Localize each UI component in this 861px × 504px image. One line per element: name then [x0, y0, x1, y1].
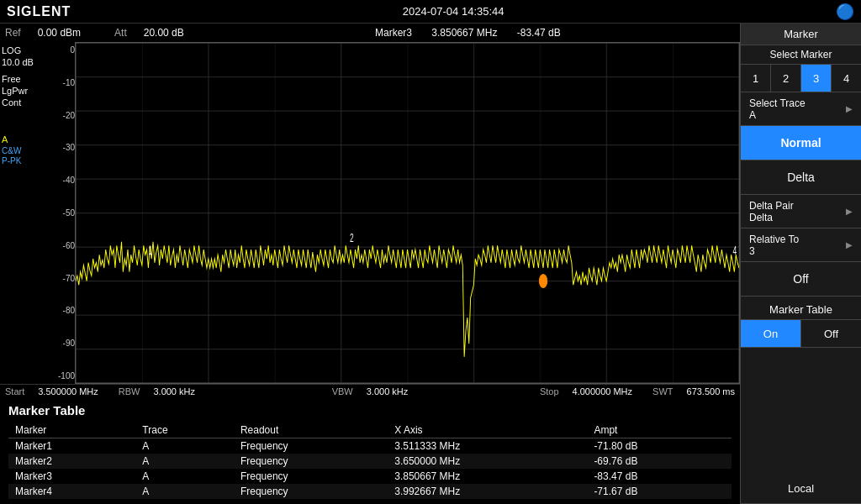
relative-to-arrow: ▶ — [846, 240, 853, 249]
logo: SIGLENT — [7, 4, 71, 19]
svg-text:4: 4 — [732, 244, 737, 257]
cell-marker: Marker2 — [8, 454, 135, 469]
mode2: LgPwr — [2, 86, 45, 96]
top-bar: SIGLENT 2024-07-04 14:35:44 🔵 — [0, 0, 861, 24]
marker-name: Marker3 — [375, 27, 412, 39]
marker-btn-4[interactable]: 4 — [832, 65, 861, 92]
svg-point-22 — [539, 275, 547, 288]
rbw-value: 3.000 kHz — [153, 386, 195, 396]
table-row: Marker2 A Frequency 3.650000 MHz -69.76 … — [8, 454, 732, 469]
marker-freq: 3.850667 MHz — [431, 27, 497, 39]
cwpk-label: C&WP-PK — [2, 146, 45, 166]
cell-xaxis: 3.650000 MHz — [388, 454, 587, 469]
local-btn[interactable]: Local — [741, 474, 861, 504]
delta-pair-sub: Delta — [749, 212, 794, 223]
delta-btn[interactable]: Delta — [741, 160, 861, 195]
cell-trace: A — [135, 454, 234, 469]
col-marker: Marker — [8, 423, 135, 438]
svg-text:2: 2 — [350, 232, 354, 244]
mode3: Cont — [2, 97, 45, 108]
info-bar: Ref 0.00 dBm Att 20.00 dB Marker3 3.8506… — [0, 24, 740, 42]
spectrum-svg: 1 2 4 — [76, 43, 739, 383]
cell-marker: Marker3 — [8, 469, 135, 484]
cell-xaxis: 3.511333 MHz — [388, 438, 587, 454]
col-ampt: Ampt — [587, 423, 732, 438]
cell-ampt: -69.76 dB — [587, 454, 732, 469]
start-label: Start — [5, 386, 24, 396]
off2-btn[interactable]: Off — [801, 320, 861, 347]
delta-pair-label: Delta Pair — [749, 200, 794, 212]
marker-table: Marker Trace Readout X Axis Ampt Marker1… — [8, 423, 732, 499]
off-btn[interactable]: Off — [741, 262, 861, 297]
marker-ampt: -83.47 dB — [517, 27, 561, 39]
cell-xaxis: 3.850667 MHz — [388, 469, 587, 484]
att-label: Att — [114, 27, 127, 39]
marker-table-section: Marker Table Marker Trace Readout X Axis… — [0, 398, 740, 504]
relative-to-label: Relative To — [749, 234, 799, 245]
col-readout: Readout — [234, 423, 388, 438]
swt-label: SWT — [652, 386, 673, 396]
vbw-value: 3.000 kHz — [367, 386, 409, 396]
cell-readout: Frequency — [234, 438, 388, 454]
stop-label: Stop — [540, 386, 559, 396]
left-panel: Ref 0.00 dBm Att 20.00 dB Marker3 3.8506… — [0, 24, 740, 504]
scale-type: LOG — [2, 45, 45, 55]
cell-marker: Marker4 — [8, 484, 135, 499]
ref-label: Ref — [5, 27, 21, 39]
a-label: A — [2, 134, 45, 144]
trace-value: A — [749, 109, 806, 121]
start-value: 3.500000 MHz — [38, 386, 98, 396]
select-trace-label: Select Trace — [749, 97, 806, 109]
cell-marker: Marker1 — [8, 438, 135, 454]
marker-btn-2[interactable]: 2 — [771, 65, 801, 92]
normal-btn[interactable]: Normal — [741, 126, 861, 160]
cell-readout: Frequency — [234, 469, 388, 484]
chart-area: 0 -10 -20 -30 -40 -50 -60 -70 -80 -90 -1… — [46, 42, 740, 384]
vbw-label: VBW — [332, 386, 353, 396]
right-panel-title: Marker — [741, 24, 861, 45]
table-row: Marker1 A Frequency 3.511333 MHz -71.80 … — [8, 438, 732, 454]
datetime: 2024-07-04 14:35:44 — [71, 5, 836, 18]
svg-text:1: 1 — [148, 244, 152, 257]
select-marker-label: Select Marker — [741, 45, 861, 65]
cell-trace: A — [135, 438, 234, 454]
cell-ampt: -71.67 dB — [587, 484, 732, 499]
cell-trace: A — [135, 484, 234, 499]
marker-btn-1[interactable]: 1 — [741, 65, 771, 92]
marker-table-title: Marker Table — [8, 403, 732, 417]
cell-ampt: -71.80 dB — [587, 438, 732, 454]
usb-icon: 🔵 — [836, 3, 854, 21]
stop-value: 4.000000 MHz — [573, 386, 633, 396]
spectrum-chart: 1 2 4 — [75, 42, 740, 384]
col-trace: Trace — [135, 423, 234, 438]
col-xaxis: X Axis — [388, 423, 587, 438]
marker-table-menu-label: Marker Table — [741, 297, 861, 320]
rbw-label: RBW — [119, 386, 140, 396]
relative-to-btn[interactable]: Relative To 3 ▶ — [741, 228, 861, 262]
cell-xaxis: 3.992667 MHz — [388, 484, 587, 499]
on-off-row: On Off — [741, 320, 861, 348]
left-sidebar-labels: LOG 10.0 dB Free LgPwr Cont A C&WP-PK — [0, 42, 46, 384]
delta-pair-arrow: ▶ — [846, 207, 853, 216]
table-row: Marker3 A Frequency 3.850667 MHz -83.47 … — [8, 469, 732, 484]
select-trace-btn[interactable]: Select Trace A ▶ — [741, 92, 861, 126]
cell-readout: Frequency — [234, 454, 388, 469]
marker-btn-3[interactable]: 3 — [801, 65, 832, 92]
marker-info: Marker3 3.850667 MHz -83.47 dB — [201, 27, 735, 39]
cell-trace: A — [135, 469, 234, 484]
marker-buttons: 1 2 3 4 — [741, 65, 861, 92]
y-axis-labels: 0 -10 -20 -30 -40 -50 -60 -70 -80 -90 -1… — [46, 42, 75, 384]
select-trace-arrow: ▶ — [846, 104, 853, 113]
bottom-info: Start 3.500000 MHz RBW 3.000 kHz VBW 3.0… — [0, 384, 740, 398]
swt-value: 673.500 ms — [687, 386, 735, 396]
cell-readout: Frequency — [234, 484, 388, 499]
right-panel: Marker Select Marker 1 2 3 4 Select Trac… — [740, 24, 861, 504]
delta-pair-btn[interactable]: Delta Pair Delta ▶ — [741, 195, 861, 228]
cell-ampt: -83.47 dB — [587, 469, 732, 484]
relative-to-value: 3 — [749, 245, 799, 257]
table-row: Marker4 A Frequency 3.992667 MHz -71.67 … — [8, 484, 732, 499]
on-btn[interactable]: On — [741, 320, 801, 347]
mode1: Free — [2, 74, 45, 84]
main-layout: Ref 0.00 dBm Att 20.00 dB Marker3 3.8506… — [0, 24, 861, 504]
ref-value: 0.00 dBm — [38, 27, 81, 39]
